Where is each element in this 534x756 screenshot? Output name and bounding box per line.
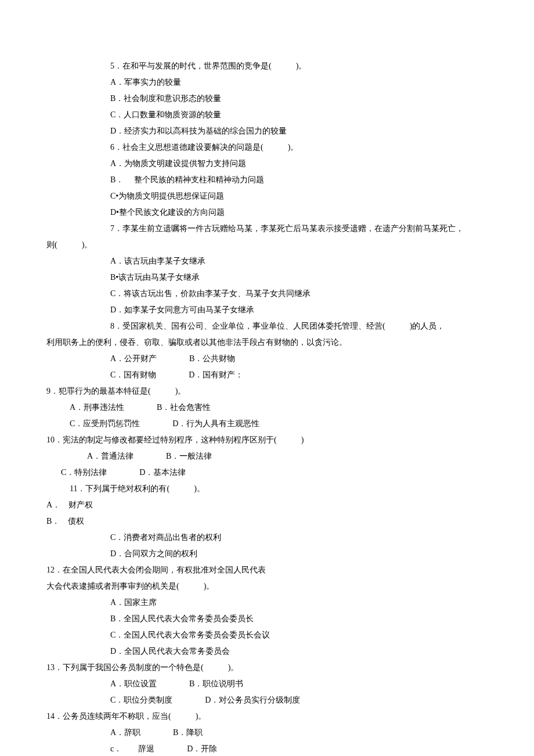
- q8-options-cd: C．国有财物 D．国有财产：: [46, 367, 464, 383]
- q12-stem-line1: 12．在全国人民代表大会闭会期间，有权批准对全国人民代表: [46, 562, 464, 578]
- q14-stem: 14．公务员连续两年不称职，应当( )。: [46, 708, 464, 725]
- q8-stem-line1: 8．受国家机关、国有公司、企业单位，事业单位、人民团体委托管理、经营( )的人员…: [46, 318, 464, 334]
- q12-option-d: D．全国人民代表大会常务委员会: [46, 643, 464, 660]
- q7-option-b: B•该古玩由马某子女继承: [46, 269, 464, 286]
- q12-option-c: C．全国人民代表大会常务委员会委员长会议: [46, 627, 464, 643]
- q7-stem-line2: 则( )。: [46, 237, 464, 253]
- q9-stem: 9．犯罪行为的最基本特征是( )。: [46, 383, 464, 399]
- q8-stem-line2: 利用职务上的便利，侵吞、窃取、骗取或者以其他非法手段占有财物的，以贪污论。: [46, 334, 464, 351]
- q13-options-cd: C．职位分类制度 D．对公务员实行分级制度: [46, 692, 464, 708]
- q7-stem-line1: 7．李某生前立遗嘱将一件古玩赠给马某，李某死亡后马某表示接受遗赠，在遗产分割前马…: [46, 221, 464, 237]
- q12-stem-line2: 大会代表逮捕或者刑事审判的机关是( )。: [46, 578, 464, 595]
- q9-options-ab: A．刑事违法性 B．社会危害性: [46, 399, 464, 416]
- q13-stem: 13．下列属于我国公务员制度的一个特色是( )。: [46, 660, 464, 676]
- q7-option-c: C．将该古玩出售，价款由李某子女、马某子女共同继承: [46, 286, 464, 302]
- q6-option-a: A．为物质文明建设提供智力支持问题: [46, 156, 464, 172]
- q14-options-ab: A．辞职 B．降职: [46, 725, 464, 741]
- q10-stem: 10．宪法的制定与修改都要经过特别程序，这种特别程序区别于( ): [46, 432, 464, 448]
- q10-options-ab: A．普通法律 B．一般法律: [46, 448, 464, 465]
- q12-option-b: B．全国人民代表大会常务委员会委员长: [46, 611, 464, 627]
- q11-option-d: D．合同双方之间的权利: [46, 546, 464, 562]
- q7-option-d: D．如李某子女同意方可由马某子女继承: [46, 302, 464, 318]
- q12-option-a: A．国家主席: [46, 595, 464, 611]
- q10-options-cd: C．特别法律 D．基本法律: [46, 465, 464, 481]
- q9-options-cd: C．应受刑罚惩罚性 D．行为人具有主观恶性: [46, 416, 464, 432]
- q7-option-a: A．该古玩由李某子女继承: [46, 253, 464, 269]
- q5-option-b: B．社会制度和意识形态的较量: [46, 91, 464, 107]
- q6-stem: 6．社会主义思想道德建设要解决的问题是( )。: [46, 139, 464, 156]
- q11-stem: 11．下列属于绝对权利的有( )。: [46, 481, 464, 497]
- q5-option-d: D．经济实力和以高科技为基础的综合国力的较量: [46, 123, 464, 139]
- q5-stem: 5．在和平与发展的时代，世界范围的竞争是( )。: [46, 58, 464, 74]
- q11-option-b: B． 债权: [46, 513, 464, 530]
- q5-option-a: A．军事实力的较量: [46, 74, 464, 91]
- q8-options-ab: A．公开财产 B．公共财物: [46, 351, 464, 367]
- q5-option-c: C．人口数量和物质资源的较量: [46, 107, 464, 123]
- q6-option-c: C•为物质文明提供思想保证问题: [46, 188, 464, 204]
- q14-options-cd: c． 辞退 D．开除: [46, 741, 464, 756]
- q11-option-c: C．消费者对商品出售者的权利: [46, 530, 464, 546]
- q6-option-b: B． 整个民族的精神支柱和精神动力问题: [46, 172, 464, 188]
- q13-options-ab: A．职位设置 B．职位说明书: [46, 676, 464, 692]
- q11-option-a: A． 财产权: [46, 497, 464, 513]
- q6-option-d: D•整个民族文化建设的方向问题: [46, 204, 464, 221]
